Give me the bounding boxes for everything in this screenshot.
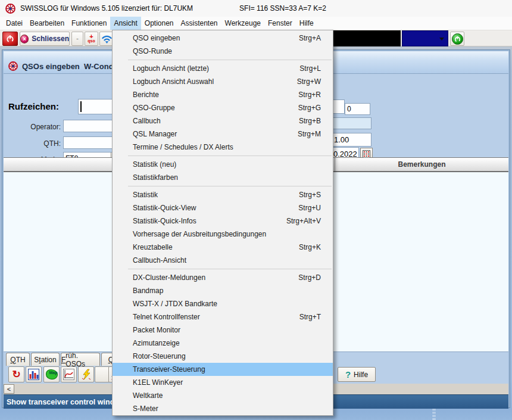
menu-separator [128,155,332,156]
ansicht-dropdown-menu: QSO eingebenStrg+AQSO-RundeLogbuch Ansic… [112,30,333,416]
menu-item-berichte[interactable]: BerichteStrg+R [113,88,333,101]
help-button[interactable]: ? Hilfe [338,367,376,382]
text-caret [80,101,82,112]
menubar-item-datei[interactable]: Datei [2,17,26,30]
menu-item-label: Callbuch-Ansicht [133,256,186,265]
menu-item-callbuch[interactable]: CallbuchStrg+B [113,114,333,127]
menu-item-shortcut: Strg+B [299,117,321,125]
menu-item-statistik-neu[interactable]: Statistik (neu) [113,158,333,171]
menu-item-kreuztabelle[interactable]: KreuztabelleStrg+K [113,241,333,254]
lightning-icon [81,369,92,380]
menu-item-shortcut: Strg+G [298,104,321,112]
tab-qth[interactable]: QTH [6,353,30,366]
menu-item-shortcut: Strg+U [298,204,321,212]
menu-item-label: Bandmap [133,287,163,295]
app-logo-icon [5,4,15,14]
menu-item-statistikfarben[interactable]: Statistikfarben [113,171,333,184]
menu-item-label: Rotor-Steuerung [133,352,186,360]
menu-item-shortcut: Strg+L [299,64,321,73]
menu-item-shortcut: Strg+D [298,273,321,282]
callsign-combobox[interactable] [402,30,448,46]
bemerkungen-column-header[interactable]: Bemerkungen [335,158,508,171]
power-off-button[interactable] [2,32,18,46]
add-qso-button[interactable]: + qso [85,32,98,46]
count-field[interactable]: 0 [345,103,370,115]
menu-item-azimutanzeige[interactable]: Azimutanzeige [113,337,333,350]
menu-item-shortcut: Strg+T [299,313,321,321]
power-on-button[interactable] [450,32,464,46]
menu-item-logbuch-ansicht-auswahl[interactable]: Logbuch Ansicht AuswahlStrg+W [113,75,333,88]
menubar-item-werkzeuge[interactable]: Werkzeuge [221,17,264,30]
propagation-button[interactable] [78,366,94,382]
map-icon-label: Map [49,371,58,375]
tab-label-part: TH [16,356,26,364]
menu-item-statistik-quick-view[interactable]: Statistik-Quick-ViewStrg+U [113,201,333,214]
menu-item-label: QSL Manager [133,130,177,138]
menu-item-shortcut: Strg+K [299,243,321,251]
qth-label: QTH: [7,139,61,148]
chevron-down-icon [439,38,444,41]
menu-item-vorhersage-der-ausbreitungsbedingungen[interactable]: Vorhersage der Ausbreitungsbedingungen [113,228,333,241]
help-icon: ? [345,369,351,379]
menubar-item-hilfe[interactable]: Hilfe [296,17,317,30]
scroll-left-icon: < [7,385,11,393]
menubar-item-assistenten[interactable]: Assistenten [177,17,221,30]
menu-item-shortcut: Strg+A [299,34,321,42]
menu-item-logbuch-ansicht-letzte[interactable]: Logbuch Ansicht (letzte)Strg+L [113,62,333,75]
tab-label-part: Q [10,356,15,364]
count-value: 0 [347,105,351,113]
solar-stats: SFI= 116 SSN=33 A=7 K=2 [239,4,326,13]
menu-item-wsjt-x-jtdx-bandkarte[interactable]: WSJT-X / JTDX Bandkarte [113,297,333,310]
menu-item-telnet-kontrollfenster[interactable]: Telnet KontrollfensterStrg+T [113,310,333,323]
menu-item-shortcut: Strg+Alt+V [286,217,321,225]
splitter-handle[interactable] [433,409,435,420]
menubar-item-funktionen[interactable]: Funktionen [68,17,110,30]
menu-item-label: Azimutanzeige [133,339,180,347]
power-icon [5,34,15,43]
menu-item-bandmap[interactable]: Bandmap [113,284,333,297]
menu-item-statistik[interactable]: StatistikStrg+S [113,188,333,201]
tab-früh-qsos[interactable]: Früh. QSOs [61,353,100,366]
menu-item-k1el-winkeyer[interactable]: K1EL WinKeyer [113,376,333,389]
menu-separator [128,186,332,186]
tab-station[interactable]: Station [31,353,60,366]
menu-item-transceiver-steuerung[interactable]: Transceiver-Steuerung [113,363,333,376]
menu-item-label: Callbuch [133,117,161,125]
menu-item-label: QSO-Runde [133,47,172,55]
chart-button[interactable] [26,366,42,382]
graph-button[interactable] [61,366,77,382]
qso-window-icon [8,61,18,71]
menubar-item-optionen[interactable]: Optionen [141,17,177,30]
menu-item-dx-cluster-meldungen[interactable]: DX-Cluster-MeldungenStrg+D [113,271,333,284]
menu-item-callbuch-ansicht[interactable]: Callbuch-Ansicht [113,254,333,267]
close-button[interactable]: × Schliessen [20,32,70,46]
menu-item-qsl-manager[interactable]: QSL ManagerStrg+M [113,127,333,141]
status-text: Show transceiver control window [7,398,125,406]
menu-item-qso-runde[interactable]: QSO-Runde [113,45,333,58]
scroll-left-button[interactable]: < [4,384,14,394]
menu-item-packet-monitor[interactable]: Packet Monitor [113,323,333,337]
menu-item-termine-schedules-dx-alerts[interactable]: Termine / Schedules / DX Alerts [113,141,333,154]
app-title: SWISSLOG für Windows 5.105 lizenziert fü… [20,4,193,13]
menu-item-qso-gruppe[interactable]: QSO-GruppeStrg+G [113,101,333,114]
menubar-item-bearbeiten[interactable]: Bearbeiten [26,17,68,30]
map-icon: Map [46,369,58,379]
menubar-item-fenster[interactable]: Fenster [264,17,296,30]
menu-item-weltkarte[interactable]: Weltkarte [113,389,333,402]
menu-separator [128,269,332,269]
menu-item-statistik-quick-infos[interactable]: Statistik-Quick-InfosStrg+Alt+V [113,214,333,228]
menu-item-rotor-steuerung[interactable]: Rotor-Steuerung [113,350,333,363]
qso-label: qso [88,39,95,43]
toolbar-small-button[interactable]: - [71,32,83,46]
tab-label-part: F [61,356,65,364]
map-button[interactable]: Map [43,366,60,382]
menu-item-shortcut: Strg+R [298,91,321,99]
bar-chart-icon [28,369,39,380]
operator-label: Operator: [7,123,61,131]
menubar-item-ansicht[interactable]: Ansicht [110,17,141,30]
menu-item-qso-eingeben[interactable]: QSO eingebenStrg+A [113,32,333,45]
menu-item-s-meter[interactable]: S-Meter [113,402,333,415]
wifi-icon [101,33,113,44]
rotate-button[interactable]: ↻ [8,366,24,382]
menu-item-label: Statistik (neu) [133,160,176,169]
